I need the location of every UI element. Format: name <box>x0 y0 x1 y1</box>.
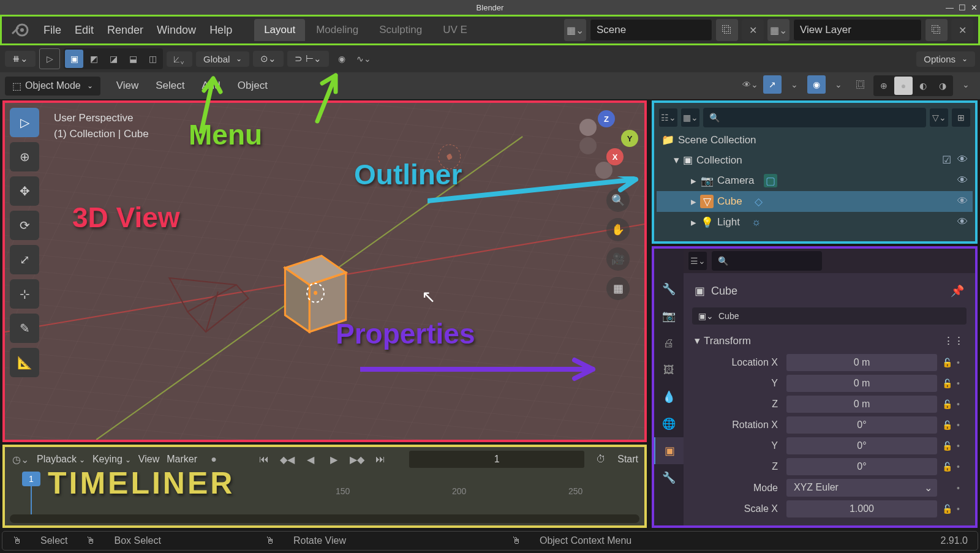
menu-render[interactable]: Render <box>107 24 143 37</box>
prop-tab-world[interactable]: 🌐 <box>654 410 684 437</box>
props-editor-icon[interactable]: ☰⌄ <box>688 252 707 270</box>
data-block-selector[interactable]: ▣⌄ Cube <box>692 307 967 325</box>
prop-tab-viewlayer[interactable]: 🖼 <box>654 356 684 383</box>
timeline-editor-icon[interactable]: ◷⌄ <box>11 450 29 468</box>
tool-transform[interactable]: ⊹ <box>10 279 39 309</box>
outliner-search[interactable]: 🔍 <box>703 108 926 127</box>
pin-icon[interactable]: 📌 <box>951 284 964 298</box>
jump-end-icon[interactable]: ⏭ <box>371 450 390 468</box>
prop-tab-tool[interactable]: 🔧 <box>654 276 684 303</box>
mode-selector[interactable]: ⬚ Object Mode <box>5 77 100 96</box>
tab-layout[interactable]: Layout <box>254 19 305 41</box>
orientation-dropdown[interactable]: Global <box>196 51 249 67</box>
outliner-panel[interactable]: ☷⌄ ▦⌄ 🔍 ▽⌄ ⊞ 📁 Scene Collection ▾ ▣ Coll… <box>652 100 978 244</box>
eye-icon[interactable]: 👁 <box>957 195 968 208</box>
transform-orient-icon[interactable]: ⟀⌄ <box>167 51 192 67</box>
select-box-icon[interactable]: ▣ <box>65 50 83 68</box>
rotation-z-field[interactable]: 0° <box>786 458 937 475</box>
outliner-display-icon[interactable]: ▦⌄ <box>681 108 699 127</box>
timeline-keying[interactable]: Keying <box>92 454 131 465</box>
select-ext2-icon[interactable]: ◪ <box>104 50 123 68</box>
viewlayer-field[interactable] <box>793 19 922 41</box>
current-frame-field[interactable]: 1 <box>409 451 584 468</box>
outliner-new-collection-icon[interactable]: ⊞ <box>952 108 970 127</box>
tree-item-cube[interactable]: ▸ ▽ Cube ◇ 👁 <box>657 191 973 212</box>
scene-input[interactable] <box>597 24 682 36</box>
play-icon[interactable]: ▶ <box>325 450 343 468</box>
header-view[interactable]: View <box>109 76 146 96</box>
timeline-panel[interactable]: ◷⌄ Playback Keying View Marker ● ⏮ ◆◀ ◀ … <box>2 445 647 528</box>
timeline-view[interactable]: View <box>138 454 159 465</box>
header-select[interactable]: Select <box>148 76 192 96</box>
select-ext1-icon[interactable]: ◩ <box>85 50 103 68</box>
autokey-icon[interactable]: ● <box>205 450 223 468</box>
select-diff-icon[interactable]: ⬓ <box>124 50 142 68</box>
lock-icon[interactable]: 🔓 <box>940 462 954 472</box>
pivot-dropdown[interactable]: ⊙⌄ <box>253 51 284 67</box>
rotation-y-field[interactable]: 0° <box>786 437 937 454</box>
location-y-field[interactable]: 0 m <box>786 375 937 392</box>
axis-y[interactable]: Y <box>621 130 638 147</box>
prop-tab-object[interactable]: ▣ <box>654 437 684 464</box>
eye-icon[interactable]: 👁 <box>957 175 968 187</box>
expand-icon[interactable]: ▸ <box>691 195 696 208</box>
expand-icon[interactable]: ▾ <box>674 154 679 167</box>
timer-icon[interactable]: ⏱ <box>592 450 610 468</box>
overlay-drop-icon[interactable]: ⌄ <box>829 75 848 94</box>
outliner-editor-icon[interactable]: ☷⌄ <box>659 108 677 127</box>
blender-logo-icon[interactable] <box>7 17 32 43</box>
menu-window[interactable]: Window <box>157 24 196 37</box>
shade-wire-icon[interactable]: ⊕ <box>875 77 893 95</box>
minimize-icon[interactable]: — <box>946 3 954 12</box>
camera-view-icon[interactable]: 🎥 <box>606 247 630 271</box>
tool-move[interactable]: ✥ <box>10 176 39 206</box>
expand-icon[interactable]: ▸ <box>691 175 696 187</box>
timeline-scrollbar[interactable] <box>10 514 639 523</box>
tool-annotate[interactable]: ✎ <box>10 314 39 343</box>
shading-drop-icon[interactable]: ⌄ <box>957 75 975 94</box>
location-z-field[interactable]: 0 m <box>786 396 937 413</box>
scale-x-field[interactable]: 1.000 <box>786 500 937 517</box>
perspective-icon[interactable]: ▦ <box>606 277 630 300</box>
pan-icon[interactable]: ✋ <box>606 218 630 241</box>
tree-item-camera[interactable]: ▸ 📷 Camera ▢ 👁 <box>657 170 973 191</box>
rotation-mode-dropdown[interactable]: XYZ Euler ⌄ <box>786 479 937 497</box>
propedit-icon[interactable]: ◉ <box>333 50 351 68</box>
props-search[interactable]: 🔍 <box>712 251 822 271</box>
play-reverse-icon[interactable]: ◀ <box>301 450 320 468</box>
tool-scale[interactable]: ⤢ <box>10 245 39 274</box>
header-object[interactable]: Object <box>230 76 275 96</box>
zoom-icon[interactable]: 🔍 <box>606 189 630 212</box>
lock-icon[interactable]: 🔓 <box>940 504 954 514</box>
select-int-icon[interactable]: ◫ <box>143 50 162 68</box>
outliner-filter-icon[interactable]: ▽⌄ <box>930 108 948 127</box>
keyframe-next-icon[interactable]: ▶◆ <box>348 450 366 468</box>
tool-select-box[interactable]: ▷ <box>10 108 39 137</box>
drag-handle-icon[interactable]: ⋮⋮ <box>943 334 964 347</box>
timeline-marker[interactable]: Marker <box>167 454 197 465</box>
viewport-3d[interactable]: ▷ ⊕ ✥ ⟳ ⤢ ⊹ ✎ 📐 User Perspective (1) Col… <box>2 100 647 442</box>
tab-modeling[interactable]: Modeling <box>306 19 368 41</box>
menu-file[interactable]: File <box>43 24 61 37</box>
viewlayer-input[interactable] <box>800 24 886 36</box>
tool-measure[interactable]: 📐 <box>10 348 39 377</box>
scene-delete-icon[interactable]: ✕ <box>742 19 764 41</box>
tree-item-light[interactable]: ▸ 💡 Light ☼ 👁 <box>657 212 973 233</box>
snap-toggle[interactable]: ⊃ ⊢⌄ <box>287 51 328 67</box>
jump-start-icon[interactable]: ⏮ <box>255 450 273 468</box>
shade-matprev-icon[interactable]: ◐ <box>914 77 932 95</box>
eye-icon[interactable]: 👁 <box>957 216 968 228</box>
tab-uv[interactable]: UV E <box>433 19 477 41</box>
cursor-tool-icon[interactable]: ▷ <box>39 48 60 69</box>
scene-new-icon[interactable]: ⿻ <box>716 19 738 41</box>
keyframe-prev-icon[interactable]: ◆◀ <box>278 450 296 468</box>
layer-delete-icon[interactable]: ✕ <box>951 19 973 41</box>
scene-name-field[interactable] <box>590 19 712 41</box>
prop-tab-render[interactable]: 📷 <box>654 303 684 329</box>
maximize-icon[interactable]: ☐ <box>959 3 966 12</box>
propfalloff-icon[interactable]: ∿⌄ <box>355 50 373 68</box>
options-dropdown[interactable]: Options <box>916 51 975 67</box>
shade-render-icon[interactable]: ◑ <box>933 77 952 95</box>
lock-icon[interactable]: 🔓 <box>940 441 954 451</box>
timeline-playback[interactable]: Playback <box>37 454 85 465</box>
